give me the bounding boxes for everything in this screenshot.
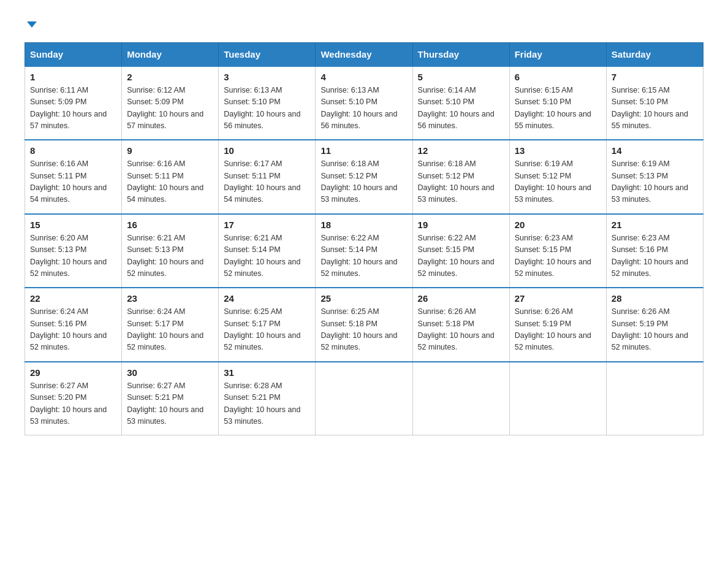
day-number: 2 [127,72,213,82]
calendar-cell: 29Sunrise: 6:27 AMSunset: 5:20 PMDayligh… [25,362,122,435]
day-number: 22 [30,293,116,304]
calendar-header-thursday: Thursday [412,42,509,66]
calendar-cell [606,362,703,435]
day-info: Sunrise: 6:12 AMSunset: 5:09 PMDaylight:… [127,85,213,132]
day-info: Sunrise: 6:26 AMSunset: 5:18 PMDaylight:… [418,306,504,354]
day-number: 17 [224,220,310,230]
calendar-cell: 7Sunrise: 6:15 AMSunset: 5:10 PMDaylight… [606,66,703,140]
day-number: 14 [612,145,698,156]
calendar-cell [412,362,509,435]
day-number: 9 [127,145,213,156]
day-info: Sunrise: 6:26 AMSunset: 5:19 PMDaylight:… [515,306,601,354]
calendar-cell: 5Sunrise: 6:14 AMSunset: 5:10 PMDaylight… [412,66,509,140]
calendar-cell: 30Sunrise: 6:27 AMSunset: 5:21 PMDayligh… [122,362,219,435]
day-number: 15 [30,220,116,230]
calendar-cell: 3Sunrise: 6:13 AMSunset: 5:10 PMDaylight… [219,66,316,140]
day-info: Sunrise: 6:15 AMSunset: 5:10 PMDaylight:… [612,85,698,132]
day-info: Sunrise: 6:27 AMSunset: 5:20 PMDaylight:… [30,380,116,428]
svg-marker-0 [27,21,37,28]
day-number: 18 [320,220,407,230]
calendar-cell [316,362,412,435]
day-info: Sunrise: 6:25 AMSunset: 5:17 PMDaylight:… [224,306,310,354]
calendar-cell: 10Sunrise: 6:17 AMSunset: 5:11 PMDayligh… [219,140,316,214]
calendar-cell: 19Sunrise: 6:22 AMSunset: 5:15 PMDayligh… [412,214,509,288]
day-info: Sunrise: 6:17 AMSunset: 5:11 PMDaylight:… [224,158,310,206]
day-number: 5 [418,72,504,82]
day-info: Sunrise: 6:21 AMSunset: 5:14 PMDaylight:… [224,232,310,280]
day-info: Sunrise: 6:27 AMSunset: 5:21 PMDaylight:… [127,380,213,428]
day-number: 26 [418,293,504,304]
day-number: 4 [320,72,407,82]
calendar-cell: 11Sunrise: 6:18 AMSunset: 5:12 PMDayligh… [316,140,412,214]
calendar-header-monday: Monday [122,42,219,66]
day-info: Sunrise: 6:15 AMSunset: 5:10 PMDaylight:… [515,85,601,132]
day-info: Sunrise: 6:22 AMSunset: 5:15 PMDaylight:… [418,232,504,280]
day-number: 11 [320,145,407,156]
day-number: 20 [515,220,601,230]
calendar-cell: 26Sunrise: 6:26 AMSunset: 5:18 PMDayligh… [412,288,509,362]
calendar-cell: 1Sunrise: 6:11 AMSunset: 5:09 PMDaylight… [25,66,122,140]
calendar-cell: 16Sunrise: 6:21 AMSunset: 5:13 PMDayligh… [122,214,219,288]
day-number: 16 [127,220,213,230]
day-number: 29 [30,367,116,378]
day-info: Sunrise: 6:13 AMSunset: 5:10 PMDaylight:… [320,85,407,132]
day-info: Sunrise: 6:16 AMSunset: 5:11 PMDaylight:… [127,158,213,206]
calendar-cell: 28Sunrise: 6:26 AMSunset: 5:19 PMDayligh… [606,288,703,362]
calendar-cell: 15Sunrise: 6:20 AMSunset: 5:13 PMDayligh… [25,214,122,288]
day-info: Sunrise: 6:16 AMSunset: 5:11 PMDaylight:… [30,158,116,206]
logo [25,18,37,30]
calendar-header-friday: Friday [509,42,606,66]
calendar-cell: 27Sunrise: 6:26 AMSunset: 5:19 PMDayligh… [509,288,606,362]
calendar-cell: 2Sunrise: 6:12 AMSunset: 5:09 PMDaylight… [122,66,219,140]
day-info: Sunrise: 6:23 AMSunset: 5:16 PMDaylight:… [612,232,698,280]
day-number: 30 [127,367,213,378]
calendar-cell: 14Sunrise: 6:19 AMSunset: 5:13 PMDayligh… [606,140,703,214]
calendar-cell: 31Sunrise: 6:28 AMSunset: 5:21 PMDayligh… [219,362,316,435]
calendar-cell: 20Sunrise: 6:23 AMSunset: 5:15 PMDayligh… [509,214,606,288]
calendar-cell: 9Sunrise: 6:16 AMSunset: 5:11 PMDaylight… [122,140,219,214]
day-number: 21 [612,220,698,230]
calendar-cell: 13Sunrise: 6:19 AMSunset: 5:12 PMDayligh… [509,140,606,214]
calendar-header-saturday: Saturday [606,42,703,66]
logo-arrow-icon [26,18,37,30]
calendar-cell: 6Sunrise: 6:15 AMSunset: 5:10 PMDaylight… [509,66,606,140]
day-info: Sunrise: 6:13 AMSunset: 5:10 PMDaylight:… [224,85,310,132]
day-info: Sunrise: 6:11 AMSunset: 5:09 PMDaylight:… [30,85,116,132]
day-number: 3 [224,72,310,82]
day-number: 13 [515,145,601,156]
calendar-cell: 22Sunrise: 6:24 AMSunset: 5:16 PMDayligh… [25,288,122,362]
day-number: 6 [515,72,601,82]
day-number: 12 [418,145,504,156]
day-info: Sunrise: 6:18 AMSunset: 5:12 PMDaylight:… [418,158,504,206]
day-number: 31 [224,367,310,378]
calendar-cell: 17Sunrise: 6:21 AMSunset: 5:14 PMDayligh… [219,214,316,288]
day-info: Sunrise: 6:19 AMSunset: 5:12 PMDaylight:… [515,158,601,206]
day-info: Sunrise: 6:20 AMSunset: 5:13 PMDaylight:… [30,232,116,280]
day-number: 19 [418,220,504,230]
page-header [25,18,703,30]
day-number: 1 [30,72,116,82]
calendar-cell: 25Sunrise: 6:25 AMSunset: 5:18 PMDayligh… [316,288,412,362]
calendar-cell: 18Sunrise: 6:22 AMSunset: 5:14 PMDayligh… [316,214,412,288]
day-info: Sunrise: 6:26 AMSunset: 5:19 PMDaylight:… [612,306,698,354]
calendar-cell [509,362,606,435]
day-number: 8 [30,145,116,156]
day-number: 27 [515,293,601,304]
calendar-table: SundayMondayTuesdayWednesdayThursdayFrid… [25,42,703,436]
day-info: Sunrise: 6:21 AMSunset: 5:13 PMDaylight:… [127,232,213,280]
day-info: Sunrise: 6:24 AMSunset: 5:16 PMDaylight:… [30,306,116,354]
calendar-cell: 24Sunrise: 6:25 AMSunset: 5:17 PMDayligh… [219,288,316,362]
day-info: Sunrise: 6:19 AMSunset: 5:13 PMDaylight:… [612,158,698,206]
calendar-cell: 21Sunrise: 6:23 AMSunset: 5:16 PMDayligh… [606,214,703,288]
day-number: 7 [612,72,698,82]
day-number: 23 [127,293,213,304]
calendar-cell: 23Sunrise: 6:24 AMSunset: 5:17 PMDayligh… [122,288,219,362]
calendar-header-wednesday: Wednesday [316,42,412,66]
day-info: Sunrise: 6:22 AMSunset: 5:14 PMDaylight:… [320,232,407,280]
day-info: Sunrise: 6:25 AMSunset: 5:18 PMDaylight:… [320,306,407,354]
day-number: 24 [224,293,310,304]
day-info: Sunrise: 6:24 AMSunset: 5:17 PMDaylight:… [127,306,213,354]
day-info: Sunrise: 6:14 AMSunset: 5:10 PMDaylight:… [418,85,504,132]
calendar-cell: 12Sunrise: 6:18 AMSunset: 5:12 PMDayligh… [412,140,509,214]
calendar-cell: 8Sunrise: 6:16 AMSunset: 5:11 PMDaylight… [25,140,122,214]
